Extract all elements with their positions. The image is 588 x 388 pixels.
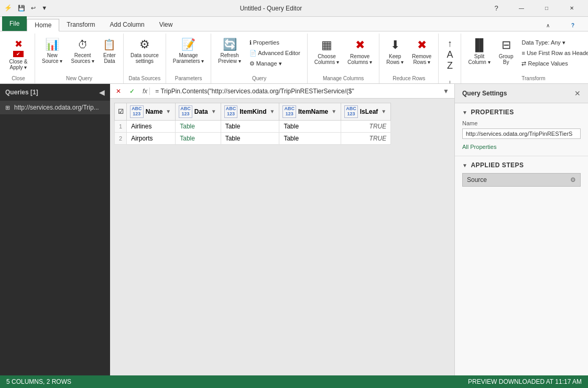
col-header-itemkind: ABC123 ItemKind ▼	[221, 103, 279, 121]
replace-values-button[interactable]: ⇄ Replace Values	[518, 59, 588, 69]
col-filter-isleaf[interactable]: ▼	[380, 109, 387, 114]
choose-columns-icon: ▦	[321, 38, 332, 52]
tab-view[interactable]: View	[152, 18, 180, 31]
all-properties-link[interactable]: All Properties	[462, 144, 496, 150]
select-all-col[interactable]: ☑	[115, 103, 127, 121]
queries-count: Queries [1]	[5, 89, 38, 96]
transform-small-buttons: Data Type: Any ▾ ≡ Use First Row as Head…	[518, 36, 588, 69]
menu-tabs: File Home Transform Add Column View ∧ ?	[0, 17, 588, 31]
status-preview-time: PREVIEW DOWNLOADED AT 11:17 AM	[468, 378, 582, 385]
col-type-isleaf: ABC123	[344, 105, 358, 118]
reduce-rows-label: Reduce Rows	[383, 74, 435, 83]
col-filter-itemname[interactable]: ▼	[330, 109, 337, 114]
step-source-label: Source	[467, 176, 487, 184]
tab-add-column[interactable]: Add Column	[103, 18, 152, 31]
manage-button[interactable]: ⚙ Manage ▾	[246, 59, 304, 69]
cell-row2-name: Airports	[127, 132, 176, 144]
status-columns-rows: 5 COLUMNS, 2 ROWS	[6, 378, 71, 385]
parameters-label: Parameters	[169, 74, 208, 83]
query-small-buttons: ℹ Properties 📄 Advanced Editor ⚙ Manage …	[246, 36, 304, 69]
col-type-name: ABC123	[130, 105, 144, 118]
ribbon-group-reduce-rows: ⬇ KeepRows ▾ ✖ RemoveRows ▾ Reduce Rows	[379, 34, 439, 83]
remove-rows-icon: ✖	[417, 38, 427, 52]
sort-asc-icon: ↑AZ	[447, 38, 453, 71]
help-btn[interactable]: ?	[484, 0, 508, 17]
formula-expand-btn[interactable]: ▼	[441, 86, 451, 96]
window-title: Untitled - Query Editor	[58, 5, 484, 12]
cell-row1-itemkind: Table	[221, 120, 279, 132]
new-query-buttons: 📊 NewSource ▾ ⏱ RecentSources ▾ 📋 EnterD…	[38, 34, 120, 74]
check-all-icon: ☑	[118, 108, 124, 115]
split-column-button[interactable]: ▐▌ SplitColumn ▾	[464, 36, 494, 68]
keep-rows-button[interactable]: ⬇ KeepRows ▾	[383, 36, 407, 68]
refresh-preview-button[interactable]: 🔄 RefreshPreview ▾	[214, 36, 244, 67]
data-source-settings-button[interactable]: ⚙ Data sourcesettings	[127, 36, 162, 67]
cell-row2-data[interactable]: Table	[176, 132, 221, 144]
customise-btn[interactable]: ▼	[39, 3, 49, 13]
minimize-btn[interactable]: —	[509, 0, 533, 17]
ribbon: ✖ ✔ Close &Apply ▾ Close 📊 NewSource ▾ ⏱…	[0, 31, 588, 84]
cell-row1-name: Airlines	[127, 120, 176, 132]
ribbon-group-parameters: 📝 ManageParameters ▾ Parameters	[166, 34, 211, 83]
queries-panel: Queries [1] ◀ ⊞ http://services.odata.or…	[0, 84, 110, 375]
col-filter-itemkind[interactable]: ▼	[268, 109, 276, 114]
sort-asc-button[interactable]: ↑AZ	[442, 36, 458, 74]
data-type-button[interactable]: Data Type: Any ▾	[518, 38, 588, 48]
help-ribbon-btn[interactable]: ?	[561, 19, 585, 31]
close-apply-button[interactable]: ✖ ✔ Close &Apply ▾	[5, 36, 31, 73]
queries-collapse-button[interactable]: ◀	[99, 88, 105, 96]
query-item[interactable]: ⊞ http://services.odata.org/Trip...	[0, 101, 110, 114]
maximize-btn[interactable]: □	[535, 0, 559, 17]
query-item-icon: ⊞	[5, 104, 10, 111]
sort-desc-icon: ↓ZA	[447, 78, 453, 84]
col-header-data: ABC123 Data ▼	[176, 103, 221, 121]
enter-data-button[interactable]: 📋 EnterData	[99, 36, 120, 67]
refresh-preview-icon: 🔄	[223, 38, 236, 51]
formula-confirm-btn[interactable]: ✓	[127, 86, 137, 96]
query-item-label: http://services.odata.org/Trip...	[14, 104, 99, 111]
cell-row1-data[interactable]: Table	[176, 120, 221, 132]
formula-bar: ✕ ✓ fx ▼	[110, 84, 454, 99]
data-grid-wrapper[interactable]: ☑ ABC123 Name ▼ ABC123	[110, 99, 454, 375]
formula-cancel-btn[interactable]: ✕	[113, 86, 124, 96]
step-settings-button[interactable]: ⚙	[570, 176, 576, 184]
group-by-button[interactable]: ⊟ GroupBy	[495, 36, 517, 68]
tab-home[interactable]: Home	[27, 19, 59, 31]
new-source-icon: 📊	[46, 38, 59, 51]
manage-parameters-button[interactable]: 📝 ManageParameters ▾	[169, 36, 208, 67]
parameters-buttons: 📝 ManageParameters ▾	[169, 34, 208, 74]
col-label-data: Data	[194, 108, 208, 115]
cell-row2-itemkind: Table	[221, 132, 279, 144]
table-row: 1 Airlines Table Table Table TRUE	[115, 120, 391, 132]
tab-transform[interactable]: Transform	[59, 18, 102, 31]
qs-applied-steps-section: ▼ APPLIED STEPS Source ⚙	[455, 156, 588, 375]
undo-btn[interactable]: ↩	[29, 3, 38, 13]
formula-input[interactable]	[155, 88, 438, 95]
steps-triangle-icon: ▼	[462, 163, 467, 168]
choose-columns-button[interactable]: ▦ ChooseColumns ▾	[311, 36, 343, 68]
qs-name-input[interactable]	[462, 128, 581, 139]
properties-button[interactable]: ℹ Properties	[246, 38, 304, 48]
manage-columns-label: Manage Columns	[311, 74, 376, 83]
remove-rows-button[interactable]: ✖ RemoveRows ▾	[408, 36, 435, 68]
data-grid: ☑ ABC123 Name ▼ ABC123	[114, 103, 391, 145]
sort-buttons: ↑AZ ↓ZA	[442, 34, 458, 84]
advanced-editor-button[interactable]: 📄 Advanced Editor	[246, 48, 304, 58]
tab-file[interactable]: File	[2, 16, 27, 31]
recent-sources-button[interactable]: ⏱ RecentSources ▾	[67, 36, 97, 67]
col-type-itemkind: ABC123	[224, 105, 238, 118]
use-first-row-button[interactable]: ≡ Use First Row as Headers ▾	[518, 48, 588, 58]
new-source-button[interactable]: 📊 NewSource ▾	[38, 36, 66, 67]
remove-columns-button[interactable]: ✖ RemoveColumns ▾	[344, 36, 376, 68]
close-btn[interactable]: ✕	[560, 0, 584, 17]
col-filter-data[interactable]: ▼	[210, 109, 217, 114]
save-btn[interactable]: 💾	[16, 3, 27, 13]
step-source[interactable]: Source ⚙	[462, 173, 581, 187]
status-bar: 5 COLUMNS, 2 ROWS PREVIEW DOWNLOADED AT …	[0, 375, 588, 388]
col-filter-name[interactable]: ▼	[165, 109, 172, 114]
col-label-isleaf: IsLeaf	[360, 108, 378, 115]
qs-close-button[interactable]: ✕	[574, 89, 581, 98]
sort-desc-button[interactable]: ↓ZA	[442, 75, 458, 84]
ribbon-collapse-btn[interactable]: ∧	[536, 19, 560, 31]
cell-row1-itemname: Table	[279, 120, 341, 132]
